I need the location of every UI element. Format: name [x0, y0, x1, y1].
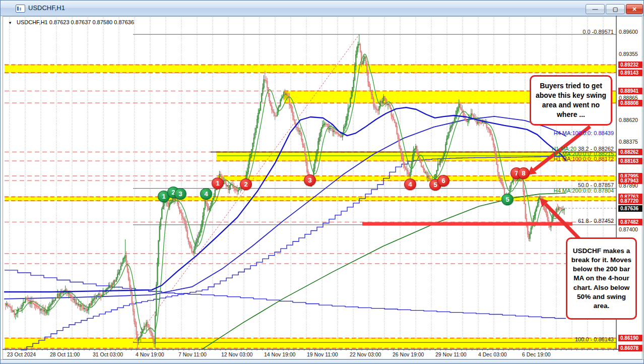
- app-window: USDCHF,H1 — ▢ ✕ ▼ USDCHF,H1 0.87623 0.87…: [0, 0, 644, 364]
- price-scale-label: 0.87400: [619, 226, 638, 232]
- price-level-badge: 0.87943: [618, 177, 642, 184]
- callout-buyers[interactable]: Buyers tried to get above this key swing…: [530, 75, 612, 126]
- ma20-label: H1 MA:20: [552, 146, 576, 152]
- ohlc-low: 0.87580: [92, 19, 112, 25]
- time-axis-label: 12 Nov 03:00: [221, 351, 252, 357]
- chart-window-icon: [16, 5, 25, 13]
- chart-frame: ▼ USDCHF,H1 0.87623 0.87637 0.87580 0.87…: [3, 16, 642, 359]
- swing-marker-green: 5: [501, 194, 513, 205]
- swing-marker-red: 8: [518, 167, 530, 179]
- symbol-dropdown-arrow[interactable]: ▼: [8, 21, 12, 25]
- swing-marker-red: 2: [240, 178, 252, 190]
- time-axis-label: 4 Nov 19:00: [136, 351, 164, 357]
- price-scale-label: 0.89355: [619, 51, 638, 57]
- fib-level-label: 100.0 - 0.86143: [575, 336, 614, 342]
- close-button[interactable]: ✕: [626, 4, 643, 14]
- price-scale-label: 0.89600: [619, 29, 638, 35]
- swing-marker-red: 1: [212, 177, 224, 189]
- price-level-badge: 0.88941: [618, 88, 642, 94]
- time-axis-label: 4 Dec 03:00: [478, 351, 507, 357]
- time-axis-label: 7 Nov 11:00: [178, 351, 207, 357]
- price-level-badge: 0.88163: [618, 158, 642, 164]
- time-axis-label: 19 Nov 11:00: [307, 351, 338, 357]
- window-title: USDCHF,H1: [28, 4, 65, 12]
- ma-label: H1 MA:100:0:0: 0.88172: [554, 156, 614, 162]
- callout-break-text: USDCHF makes a break for it. Moves below…: [570, 247, 632, 311]
- price-level-badge: 0.86190: [618, 335, 642, 341]
- swing-marker-red: 4: [404, 178, 416, 190]
- price-level-badge: 0.89232: [618, 62, 642, 68]
- time-axis-label: 28 Oct 11:00: [50, 351, 80, 357]
- time-axis-label: 26 Nov 19:00: [393, 351, 424, 357]
- ohlc-header: ▼ USDCHF,H1 0.87623 0.87637 0.87580 0.87…: [8, 19, 134, 25]
- fib-382-label: 38.2 - 0.88262: [576, 146, 614, 152]
- ma-label: H4 MA:100:0:0: 0.88439: [554, 130, 614, 136]
- time-axis-label: 6 Dec 19:00: [522, 351, 551, 357]
- callout-buyers-text: Buyers tried to get above this key swing…: [534, 81, 608, 119]
- swing-marker-green: 3: [174, 188, 186, 200]
- fib-level-label: 0.0 -0.89571: [583, 29, 614, 35]
- swing-marker-red: 6: [437, 175, 449, 187]
- callout-break[interactable]: USDCHF makes a break for it. Moves below…: [566, 237, 637, 320]
- time-axis-label: 31 Oct 03:00: [93, 351, 123, 357]
- window-bottom-border: [1, 359, 644, 364]
- swing-marker-red: 3: [304, 174, 316, 186]
- current-price-badge: 0.87636: [618, 205, 642, 212]
- ma-label: H4 MA:200:0:0: 0.87804: [554, 188, 614, 194]
- price-level-badge: 0.89143: [618, 70, 642, 76]
- price-level-badge: 0.88808: [618, 100, 642, 106]
- price-level-badge: 0.87482: [618, 219, 642, 225]
- time-axis-label: 22 Nov 03:00: [350, 351, 381, 357]
- price-scale-label: 0.88620: [619, 117, 638, 123]
- ohlc-close: 0.87636: [114, 19, 134, 25]
- maximize-button[interactable]: ▢: [606, 4, 625, 14]
- ohlc-symbol: USDCHF,H1: [17, 19, 48, 25]
- price-level-badge: 0.86078: [618, 345, 642, 351]
- minimize-button[interactable]: —: [586, 4, 605, 14]
- time-axis-label: 14 Nov 19:00: [264, 351, 295, 357]
- price-level-badge: 0.88262: [618, 149, 642, 155]
- title-bar[interactable]: USDCHF,H1 — ▢ ✕: [1, 1, 644, 16]
- time-axis-label: 23 Oct 2024: [7, 351, 36, 357]
- time-axis-label: 29 Nov 11:00: [435, 351, 467, 357]
- price-scale-label: 0.88375: [619, 139, 638, 145]
- price-level-badge: 0.87720: [618, 198, 642, 204]
- ohlc-open: 0.87623: [49, 19, 70, 25]
- ohlc-high: 0.87637: [71, 19, 91, 25]
- fib-level-label: 61.8 - 0.87452: [578, 218, 614, 224]
- ma20-fib-row: H1 MA:20 38.2 - 0.88262: [552, 146, 614, 152]
- swing-marker-green: 4: [200, 188, 212, 200]
